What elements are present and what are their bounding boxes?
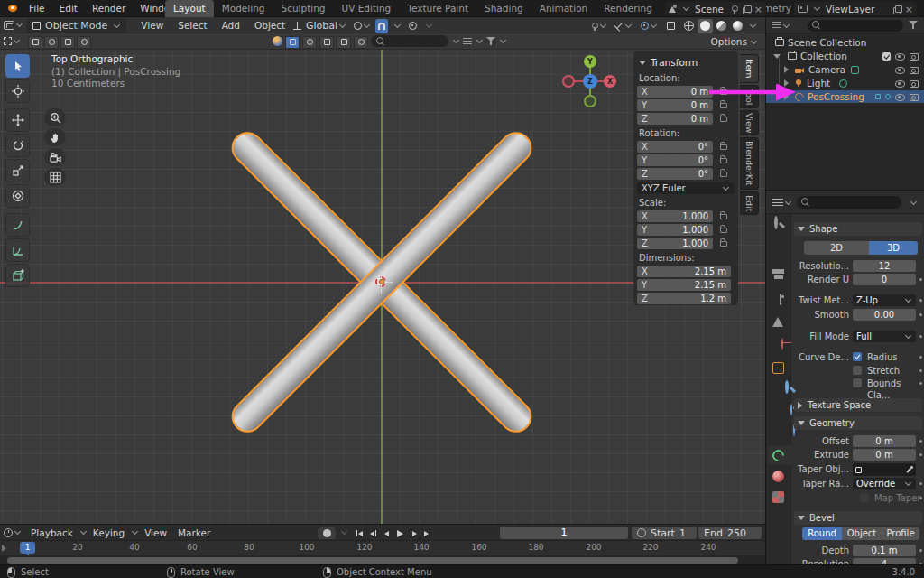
snap-target-ball-icon[interactable] <box>273 36 282 46</box>
snap-toggle[interactable] <box>375 19 388 33</box>
mode-dropdown[interactable]: Object Mode <box>27 18 126 33</box>
lock-icon[interactable] <box>720 214 727 219</box>
properties-options-icon[interactable] <box>910 199 917 205</box>
twist-method-dropdown[interactable]: Z-Up <box>853 294 916 306</box>
disclosure-closed-icon[interactable] <box>784 66 789 73</box>
falloff-dropdown[interactable] <box>421 19 436 33</box>
animate-dot[interactable] <box>919 299 922 302</box>
options-dropdown[interactable]: Options <box>710 33 758 50</box>
mask-button-2[interactable] <box>302 36 317 49</box>
animate-dot[interactable] <box>919 497 922 499</box>
chevron-down-icon[interactable] <box>453 37 459 43</box>
animate-dot[interactable] <box>919 440 922 443</box>
next-keyframe-button[interactable] <box>408 527 420 539</box>
scale-x-field[interactable]: X1.000 <box>637 210 713 222</box>
disclosure-open-icon[interactable] <box>773 54 781 59</box>
duplicate-icon[interactable] <box>893 5 901 13</box>
gizmo-axis-z[interactable]: Z <box>583 74 597 89</box>
visibility-dropdown[interactable] <box>588 19 610 33</box>
navigation-gizmo[interactable]: Y Z X <box>555 50 627 113</box>
menu-object[interactable]: Object <box>247 17 292 33</box>
tab-texture-icon[interactable] <box>772 491 784 503</box>
stretch-checkbox[interactable] <box>853 366 862 375</box>
scale-tool[interactable] <box>5 159 30 182</box>
animate-dot[interactable] <box>919 549 922 552</box>
chevron-down-icon[interactable] <box>341 528 347 535</box>
chevron-down-icon[interactable] <box>476 37 483 43</box>
select-new-button[interactable] <box>28 36 42 49</box>
animate-dot[interactable] <box>919 335 922 338</box>
tab-shading[interactable]: Shading <box>476 0 531 17</box>
tab-world-icon[interactable] <box>781 338 783 350</box>
menu-render[interactable]: Render <box>85 0 133 17</box>
current-frame-field[interactable]: 1 <box>500 527 628 539</box>
tab-tool-icon[interactable] <box>774 216 778 229</box>
tab-view-layer-icon[interactable] <box>780 294 781 305</box>
playhead-badge[interactable]: 1 <box>20 542 35 554</box>
lock-icon[interactable] <box>720 241 727 247</box>
shape-panel-header[interactable]: Shape <box>794 222 922 236</box>
transform-panel-header[interactable]: Transform <box>639 57 735 68</box>
bevel-panel-header[interactable]: Bevel <box>794 511 922 525</box>
menu-file[interactable]: File <box>22 0 52 17</box>
annotate-tool[interactable] <box>5 213 30 237</box>
camera-view-button[interactable] <box>44 148 66 166</box>
pan-button[interactable] <box>44 128 66 146</box>
menu-marker[interactable]: Marker <box>172 525 216 541</box>
render-visibility-icon[interactable] <box>910 79 919 88</box>
menu-playback[interactable]: Playback <box>25 525 79 541</box>
outliner-row-collection[interactable]: Collection <box>766 50 924 62</box>
active-tool-button[interactable] <box>0 33 24 50</box>
render-visibility-icon[interactable] <box>910 51 919 61</box>
bevel-depth-field[interactable]: 0.1 m <box>853 545 916 556</box>
viewlayer-selector[interactable]: ViewLayer <box>794 2 917 15</box>
tab-animation[interactable]: Animation <box>531 0 596 17</box>
tab-modeling[interactable]: Modeling <box>214 0 273 17</box>
orientation-dropdown[interactable]: Global <box>291 19 349 33</box>
bevel-object-button[interactable]: Object <box>842 527 882 540</box>
hide-eye-icon[interactable] <box>895 92 905 101</box>
viewport-canvas[interactable]: Top Orthographic (1) Collection | PosCro… <box>0 50 765 524</box>
hide-eye-icon[interactable] <box>895 51 905 61</box>
sidebar-tab-view[interactable]: View <box>740 110 759 135</box>
properties-search-input[interactable] <box>797 196 901 209</box>
tab-object-icon[interactable] <box>772 362 784 374</box>
filter-funnel-icon[interactable] <box>486 37 495 45</box>
rotation-y-field[interactable]: Y0° <box>637 154 713 166</box>
menu-select[interactable]: Select <box>171 17 214 33</box>
frame-end-field[interactable]: End 250 <box>698 527 762 539</box>
rotation-z-field[interactable]: Z0° <box>637 168 713 180</box>
location-x-field[interactable]: X0 m <box>637 86 713 98</box>
jump-to-end-button[interactable] <box>421 527 433 539</box>
shading-rendered-button[interactable] <box>730 19 745 33</box>
location-z-field[interactable]: Z0 m <box>637 113 713 125</box>
extrude-field[interactable]: 0 m <box>853 449 916 461</box>
shading-material-button[interactable] <box>714 19 729 33</box>
rotation-x-field[interactable]: X0° <box>637 141 713 153</box>
animate-dot[interactable] <box>919 313 922 316</box>
select-invert-button[interactable] <box>77 36 91 49</box>
2d-button[interactable]: 2D <box>804 241 869 255</box>
animate-dot[interactable] <box>919 382 922 385</box>
pin-icon[interactable] <box>731 5 738 13</box>
scale-z-field[interactable]: Z1.000 <box>637 238 713 249</box>
outliner-row-scene-collection[interactable]: Scene Collection <box>766 36 924 49</box>
gizmo-axis-neg-x[interactable] <box>562 75 575 88</box>
lock-icon[interactable] <box>720 117 727 122</box>
bevel-round-button[interactable]: Round <box>802 527 842 540</box>
tool-search-input[interactable] <box>371 35 448 47</box>
select-box-tool[interactable] <box>5 54 30 78</box>
tab-rendering[interactable]: Rendering <box>596 0 661 17</box>
close-icon[interactable] <box>754 4 762 14</box>
menu-view[interactable]: View <box>134 17 171 33</box>
shading-wireframe-button[interactable] <box>681 19 697 33</box>
3d-button[interactable]: 3D <box>869 241 918 255</box>
outliner-search-input[interactable] <box>808 20 903 32</box>
previous-keyframe-button[interactable] <box>367 527 379 539</box>
sidebar-tab-edit[interactable]: Edit <box>740 191 759 215</box>
texture-space-panel-header[interactable]: Texture Space <box>794 398 922 412</box>
play-button[interactable] <box>394 527 406 539</box>
animate-dot[interactable] <box>919 453 922 456</box>
gizmo-axis-x[interactable]: X <box>604 75 616 88</box>
add-cube-tool[interactable] <box>5 264 30 287</box>
